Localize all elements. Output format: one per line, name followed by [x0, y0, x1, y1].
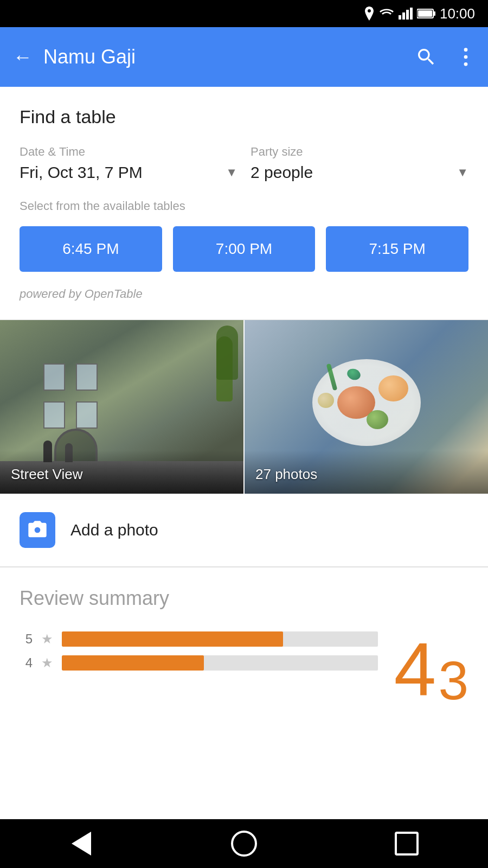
wifi-icon: [379, 8, 394, 20]
rating-5-star-icon: ★: [41, 631, 53, 647]
rating-container: 5 ★ 4 ★ 4 3: [20, 631, 468, 707]
food-photo[interactable]: 27 photos: [245, 320, 488, 494]
nav-recents-button[interactable]: [385, 827, 428, 860]
more-options-icon[interactable]: [457, 46, 475, 68]
date-time-arrow-icon: ▼: [226, 165, 237, 180]
svg-rect-2: [406, 10, 409, 20]
big-rating-display: 4 3: [378, 631, 469, 707]
available-tables-label: Select from the available tables: [20, 199, 468, 213]
back-button[interactable]: ←: [13, 46, 33, 68]
rating-4-star-icon: ★: [41, 655, 53, 671]
street-view-photo[interactable]: Street View: [0, 320, 245, 494]
add-photo-row[interactable]: Add a photo: [0, 494, 488, 566]
party-size-field[interactable]: Party size 2 people ▼: [251, 145, 468, 182]
svg-point-9: [464, 62, 468, 66]
review-section: Review summary 5 ★ 4 ★: [0, 567, 488, 729]
time-slot-645[interactable]: 6:45 PM: [20, 226, 162, 272]
rating-4-bar-fill: [62, 655, 204, 671]
svg-rect-6: [418, 10, 432, 17]
app-bar: ← Namu Gaji: [0, 27, 488, 87]
rating-bars: 5 ★ 4 ★: [20, 631, 378, 679]
rating-5-bar-fill: [62, 631, 283, 647]
location-pin-icon: [364, 7, 375, 21]
add-photo-label: Add a photo: [70, 521, 158, 539]
rating-4-bar-bg: [62, 655, 378, 671]
date-time-label: Date & Time: [20, 145, 237, 159]
find-table-title: Find a table: [20, 106, 468, 127]
find-table-section: Find a table Date & Time Fri, Oct 31, 7 …: [0, 87, 488, 320]
street-view-label: Street View: [11, 466, 82, 483]
date-time-value: Fri, Oct 31, 7 PM: [20, 163, 143, 182]
party-size-dropdown[interactable]: 2 people ▼: [251, 163, 468, 182]
rating-row-5: 5 ★: [20, 631, 378, 647]
time-slot-700[interactable]: 7:00 PM: [173, 226, 316, 272]
main-content: Find a table Date & Time Fri, Oct 31, 7 …: [0, 87, 488, 778]
svg-rect-1: [402, 12, 405, 20]
status-bar: 10:00: [0, 0, 488, 27]
photos-count-label: 27 photos: [255, 466, 317, 483]
camera-svg: [27, 519, 48, 541]
time-slot-715[interactable]: 7:15 PM: [326, 226, 468, 272]
date-time-dropdown[interactable]: Fri, Oct 31, 7 PM ▼: [20, 163, 237, 182]
rating-5-bar-bg: [62, 631, 378, 647]
photo-gallery: Street View 27 photos: [0, 320, 488, 494]
big-rating-decimal: 3: [438, 653, 468, 707]
battery-icon: [417, 8, 435, 19]
svg-rect-3: [410, 8, 413, 20]
svg-rect-0: [399, 15, 401, 20]
rating-5-num: 5: [20, 631, 33, 647]
status-icons: 10:00: [364, 5, 475, 22]
rating-row-4: 4 ★: [20, 655, 378, 671]
nav-back-button[interactable]: [60, 827, 103, 860]
big-rating-integer: 4: [394, 631, 436, 707]
party-size-arrow-icon: ▼: [457, 165, 468, 180]
svg-rect-5: [433, 11, 435, 16]
powered-by-label: powered by OpenTable: [20, 287, 468, 301]
review-summary-title: Review summary: [20, 587, 468, 610]
reservation-form-row: Date & Time Fri, Oct 31, 7 PM ▼ Party si…: [20, 145, 468, 182]
svg-point-7: [464, 48, 468, 52]
party-size-value: 2 people: [251, 163, 313, 182]
rating-4-num: 4: [20, 655, 33, 671]
svg-point-8: [464, 55, 468, 59]
search-icon[interactable]: [415, 46, 437, 68]
status-time: 10:00: [440, 5, 475, 22]
bottom-spacer: [0, 729, 488, 778]
signal-icon: [399, 8, 413, 20]
time-slots-row: 6:45 PM 7:00 PM 7:15 PM: [20, 226, 468, 272]
party-size-label: Party size: [251, 145, 468, 159]
date-time-field[interactable]: Date & Time Fri, Oct 31, 7 PM ▼: [20, 145, 237, 182]
nav-home-button[interactable]: [222, 827, 266, 860]
page-title: Namu Gaji: [43, 46, 404, 68]
bottom-navigation: [0, 819, 488, 868]
camera-icon: [20, 512, 55, 548]
